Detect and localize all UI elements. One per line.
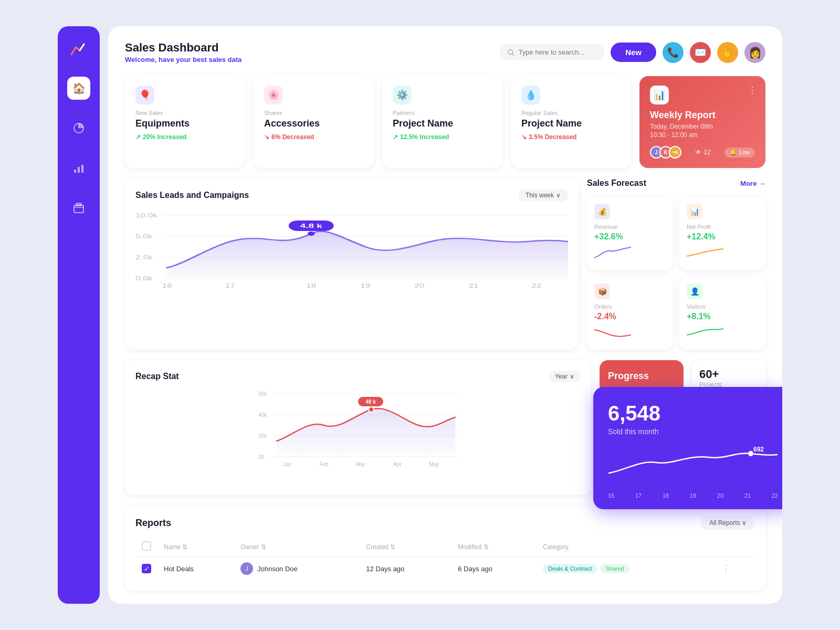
svg-text:Mar: Mar bbox=[356, 461, 365, 467]
recap-card: Recap Stat Year ∨ 60k bbox=[125, 360, 591, 495]
card-change-2: ↗ 12.5% Increased bbox=[393, 133, 492, 141]
svg-text:5.0k: 5.0k bbox=[135, 234, 153, 239]
col-header-modified: Modified ⇅ bbox=[452, 537, 537, 557]
overlay-x-labels: 16 17 18 19 20 21 22 bbox=[608, 492, 778, 499]
forecast-mini-chart-visitors bbox=[687, 324, 723, 340]
phone-button[interactable]: 📞 bbox=[663, 42, 684, 63]
svg-text:4.8 k: 4.8 k bbox=[300, 223, 322, 229]
card-name-0: Equipments bbox=[135, 118, 235, 129]
page-title: Sales Dashboard bbox=[125, 41, 242, 55]
search-icon bbox=[508, 49, 514, 56]
stat-card-accessories: 🌸 Shares Accessories ↘ 6% Decreased bbox=[254, 76, 374, 168]
forecast-grid: 💰 Revenue +32.6% 📊 Net Profit +12.4% bbox=[587, 196, 765, 350]
svg-text:16: 16 bbox=[162, 283, 172, 289]
svg-text:Feb: Feb bbox=[319, 461, 329, 467]
forecast-item-netprofit: 📊 Net Profit +12.4% bbox=[679, 196, 765, 270]
card-label-3: Regular Sales bbox=[521, 110, 621, 116]
progress-title: Progress bbox=[608, 371, 675, 382]
weekly-view-count: 👁 12 bbox=[695, 149, 710, 156]
weekly-report-card: 📊 ⋮ Weekly Report Today, December 08th 1… bbox=[639, 76, 765, 168]
weekly-report-time: 10:30 - 12:00 am bbox=[650, 131, 755, 139]
card-label-1: Shares bbox=[264, 110, 363, 116]
sidebar-item-charts[interactable] bbox=[67, 117, 90, 140]
forecast-title: Sales Forecast bbox=[587, 178, 646, 188]
arrow-down-icon-1: ↘ bbox=[264, 133, 269, 141]
header: Sales Dashboard Welcome, have your best … bbox=[125, 41, 765, 64]
table-row: ✓ Hot Deals J Johnson Doe 12 Days ago 6 … bbox=[135, 557, 755, 581]
touch-button[interactable]: ✋ bbox=[717, 42, 738, 63]
svg-text:2.5k: 2.5k bbox=[135, 255, 153, 260]
col-header-name: Name ⇅ bbox=[158, 537, 234, 557]
col-header-owner: Owner ⇅ bbox=[234, 537, 360, 557]
forecast-item-revenue: 💰 Revenue +32.6% bbox=[587, 196, 673, 270]
svg-text:19: 19 bbox=[360, 283, 370, 289]
leads-period-badge[interactable]: This week ∨ bbox=[518, 189, 568, 202]
svg-text:20: 20 bbox=[414, 283, 424, 289]
card-name-2: Project Name bbox=[393, 118, 492, 129]
page-subtitle: Welcome, have your best sales data bbox=[125, 56, 242, 64]
sidebar-item-files[interactable] bbox=[67, 196, 90, 219]
col-header-category: Category bbox=[537, 537, 715, 557]
search-bar[interactable] bbox=[499, 44, 604, 60]
svg-point-15 bbox=[308, 232, 315, 236]
sidebar-item-analytics[interactable] bbox=[67, 156, 90, 180]
svg-text:21: 21 bbox=[468, 283, 478, 289]
forecast-icon-revenue: 💰 bbox=[594, 204, 610, 219]
forecast-item-orders: 📦 Orders -2.4% bbox=[587, 276, 673, 350]
leads-chart-svg-wrap: 10.0k 5.0k 2.5k 0.0k bbox=[135, 210, 568, 284]
weekly-report-title: Weekly Report bbox=[650, 110, 755, 121]
reports-section: Reports All Reports ∨ Name ⇅ Owner ⇅ Cre… bbox=[125, 506, 765, 591]
recap-period-badge[interactable]: Year ∨ bbox=[549, 371, 581, 382]
header-title-section: Sales Dashboard Welcome, have your best … bbox=[125, 41, 242, 64]
new-button[interactable]: New bbox=[611, 43, 656, 62]
weekly-avatar-group: J K +6 bbox=[650, 146, 681, 159]
owner-avatar: J bbox=[240, 562, 253, 575]
row-menu[interactable]: ⋮ bbox=[721, 563, 731, 574]
leads-chart-card: Sales Leads and Campaigns This week ∨ bbox=[125, 178, 579, 350]
svg-text:Apr: Apr bbox=[393, 461, 402, 467]
sidebar: 🏠 bbox=[58, 26, 100, 604]
row-checkbox[interactable]: ✓ bbox=[142, 564, 151, 573]
svg-text:692: 692 bbox=[753, 446, 764, 453]
overlay-subtitle: Sold this month bbox=[608, 427, 778, 436]
forecast-label-revenue: Revenue bbox=[594, 224, 666, 230]
forecast-label-netprofit: Net Profit bbox=[687, 224, 758, 230]
card-label-2: Partners bbox=[393, 110, 492, 116]
forecast-icon-orders: 📦 bbox=[594, 284, 610, 299]
svg-text:10.0k: 10.0k bbox=[135, 213, 158, 218]
card-change-1: ↘ 6% Decreased bbox=[264, 133, 363, 141]
card-icon-regular: 💧 bbox=[521, 86, 540, 104]
card-change-3: ↘ 3.5% Decreased bbox=[521, 133, 621, 141]
leads-chart-svg: 10.0k 5.0k 2.5k 0.0k bbox=[135, 210, 568, 289]
svg-point-33 bbox=[369, 407, 374, 412]
card-icon-partners: ⚙️ bbox=[393, 86, 412, 104]
svg-text:17: 17 bbox=[225, 283, 235, 289]
stat-card-partners: ⚙️ Partners Project Name ↗ 12.5% Increas… bbox=[382, 76, 502, 168]
svg-text:22: 22 bbox=[531, 283, 541, 289]
svg-rect-2 bbox=[78, 167, 80, 173]
table-header-checkbox[interactable] bbox=[142, 541, 151, 551]
stats-num-projects: 60+ bbox=[699, 368, 758, 381]
main-content: Sales Dashboard Welcome, have your best … bbox=[108, 26, 782, 604]
mail-button[interactable]: ✉️ bbox=[690, 42, 711, 63]
logo bbox=[68, 39, 89, 60]
weekly-report-menu[interactable]: ⋮ bbox=[748, 85, 757, 96]
search-input[interactable] bbox=[518, 48, 596, 56]
stat-card-equipments: 🎈 New Sales Equipments ↗ 20% Increased bbox=[125, 76, 245, 168]
forecast-section: Sales Forecast More → 💰 Revenue +32.6% 📊 bbox=[587, 178, 765, 350]
forecast-value-visitors: +8.1% bbox=[687, 312, 758, 321]
row-modified: 6 Days ago bbox=[452, 557, 537, 581]
recap-chart-svg: 60k 40k 20k 00 bbox=[135, 388, 581, 472]
sidebar-item-home[interactable]: 🏠 bbox=[67, 77, 90, 100]
leads-chart-title: Sales Leads and Campaigns bbox=[135, 191, 249, 200]
forecast-more-link[interactable]: More → bbox=[740, 180, 765, 187]
svg-text:00: 00 bbox=[258, 454, 265, 460]
row-tags: Deals & Contract Shared bbox=[543, 564, 709, 573]
forecast-label-orders: Orders bbox=[594, 303, 666, 310]
col-header-created: Created ⇅ bbox=[360, 537, 452, 557]
arrow-up-icon: ↗ bbox=[135, 133, 141, 141]
overlay-chart-svg: 692 bbox=[608, 444, 778, 486]
overlay-card: 6,548 Sold this month 692 16 17 18 19 20… bbox=[593, 387, 782, 509]
user-avatar[interactable]: 👩 bbox=[744, 42, 765, 63]
all-reports-button[interactable]: All Reports ∨ bbox=[701, 516, 755, 530]
